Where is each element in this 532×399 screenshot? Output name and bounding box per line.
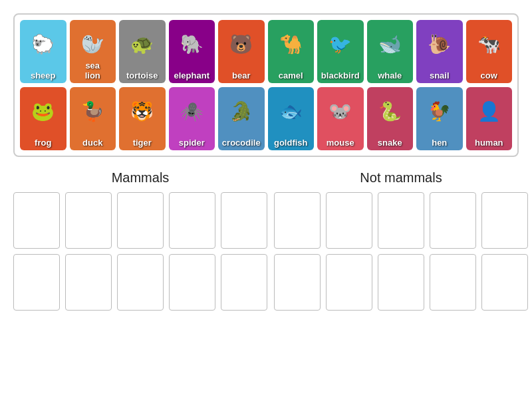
not-mammals-title: Not mammals <box>274 170 528 186</box>
mammals-column: Mammals <box>13 170 267 311</box>
tortoise-label: tortoise <box>126 71 158 80</box>
sort-slot[interactable] <box>221 192 267 249</box>
sort-slot[interactable] <box>274 254 321 311</box>
human-image: 👤 <box>466 87 513 136</box>
snake-image: 🐍 <box>367 87 414 136</box>
snail-image: 🐌 <box>416 20 463 68</box>
sort-slot[interactable] <box>430 254 476 311</box>
snail-label: snail <box>430 71 450 80</box>
cow-image: 🐄 <box>466 20 513 68</box>
cards-row-1: 🐑sheep🦭sea lion🐢tortoise🐘elephant🐻bear🐪c… <box>20 20 512 83</box>
not-mammals-row-1 <box>274 192 528 249</box>
animal-card-hen[interactable]: 🐓hen <box>416 87 463 150</box>
sort-slot[interactable] <box>326 254 372 311</box>
sort-slot[interactable] <box>326 192 372 249</box>
tiger-image: 🐯 <box>119 87 166 136</box>
sort-area: Mammals Not mammal <box>13 170 519 311</box>
camel-label: camel <box>279 71 303 80</box>
crocodile-image: 🐊 <box>218 87 265 136</box>
elephant-label: elephant <box>174 71 209 80</box>
sea-lion-label: sea lion <box>85 61 100 80</box>
mammals-row-2 <box>13 254 267 311</box>
sort-slot[interactable] <box>65 254 112 311</box>
duck-label: duck <box>82 138 102 148</box>
animal-card-mouse[interactable]: 🐭mouse <box>317 87 364 150</box>
sort-slot[interactable] <box>169 254 215 311</box>
animal-card-goldfish[interactable]: 🐟goldfish <box>268 87 315 150</box>
animal-card-human[interactable]: 👤human <box>466 87 513 150</box>
duck-image: 🦆 <box>70 87 116 136</box>
goldfish-image: 🐟 <box>268 87 315 136</box>
sort-slot[interactable] <box>13 254 60 311</box>
sort-slot[interactable] <box>274 192 321 249</box>
animal-card-snake[interactable]: 🐍snake <box>367 87 414 150</box>
mammals-title: Mammals <box>13 170 267 186</box>
crocodile-label: crocodile <box>222 138 261 148</box>
bear-image: 🐻 <box>218 20 265 68</box>
bear-label: bear <box>232 71 250 80</box>
not-mammals-slots <box>274 192 528 311</box>
sort-slot[interactable] <box>117 192 164 249</box>
human-label: human <box>475 138 503 148</box>
not-mammals-column: Not mammals <box>274 170 528 311</box>
sort-slot[interactable] <box>13 192 60 249</box>
animal-card-bear[interactable]: 🐻bear <box>218 20 265 83</box>
sort-slot[interactable] <box>117 254 164 311</box>
animal-card-frog[interactable]: 🐸frog <box>20 87 66 150</box>
animal-card-tiger[interactable]: 🐯tiger <box>119 87 166 150</box>
mammals-slots <box>13 192 267 311</box>
whale-label: whale <box>378 71 402 80</box>
tortoise-image: 🐢 <box>119 20 166 68</box>
sort-slot[interactable] <box>65 192 112 249</box>
animal-card-spider[interactable]: 🕷️spider <box>169 87 215 150</box>
blackbird-label: blackbird <box>321 71 360 80</box>
animal-card-snail[interactable]: 🐌snail <box>416 20 463 83</box>
sort-slot[interactable] <box>169 192 215 249</box>
animal-card-duck[interactable]: 🦆duck <box>70 87 116 150</box>
animal-card-sea-lion[interactable]: 🦭sea lion <box>70 20 116 83</box>
mouse-image: 🐭 <box>317 87 364 136</box>
animal-card-crocodile[interactable]: 🐊crocodile <box>218 87 265 150</box>
sort-slot[interactable] <box>378 254 424 311</box>
hen-image: 🐓 <box>416 87 463 136</box>
cow-label: cow <box>481 71 497 80</box>
tiger-label: tiger <box>133 138 152 148</box>
animal-card-whale[interactable]: 🐋whale <box>367 20 414 83</box>
hen-label: hen <box>432 138 447 148</box>
not-mammals-row-2 <box>274 254 528 311</box>
cards-row-2: 🐸frog🦆duck🐯tiger🕷️spider🐊crocodile🐟goldf… <box>20 87 512 150</box>
sort-slot[interactable] <box>378 192 424 249</box>
sort-slot[interactable] <box>430 192 476 249</box>
animal-card-sheep[interactable]: 🐑sheep <box>20 20 66 83</box>
goldfish-label: goldfish <box>274 138 308 148</box>
sheep-image: 🐑 <box>20 20 66 68</box>
frog-label: frog <box>35 138 51 148</box>
frog-image: 🐸 <box>20 87 66 136</box>
sort-slot[interactable] <box>481 192 528 249</box>
cards-container: 🐑sheep🦭sea lion🐢tortoise🐘elephant🐻bear🐪c… <box>13 13 519 157</box>
animal-card-cow[interactable]: 🐄cow <box>466 20 513 83</box>
spider-image: 🕷️ <box>169 87 215 136</box>
spider-label: spider <box>179 138 205 148</box>
animal-card-tortoise[interactable]: 🐢tortoise <box>119 20 166 83</box>
sort-slot[interactable] <box>221 254 267 311</box>
blackbird-image: 🐦 <box>317 20 364 68</box>
animal-card-camel[interactable]: 🐪camel <box>268 20 315 83</box>
animal-card-elephant[interactable]: 🐘elephant <box>169 20 215 83</box>
sheep-label: sheep <box>31 71 56 80</box>
snake-label: snake <box>378 138 402 148</box>
animal-card-blackbird[interactable]: 🐦blackbird <box>317 20 364 83</box>
sort-slot[interactable] <box>481 254 528 311</box>
main-container: 🐑sheep🦭sea lion🐢tortoise🐘elephant🐻bear🐪c… <box>0 0 532 324</box>
mouse-label: mouse <box>327 138 354 148</box>
elephant-image: 🐘 <box>169 20 215 68</box>
whale-image: 🐋 <box>367 20 414 68</box>
mammals-row-1 <box>13 192 267 249</box>
camel-image: 🐪 <box>268 20 315 68</box>
